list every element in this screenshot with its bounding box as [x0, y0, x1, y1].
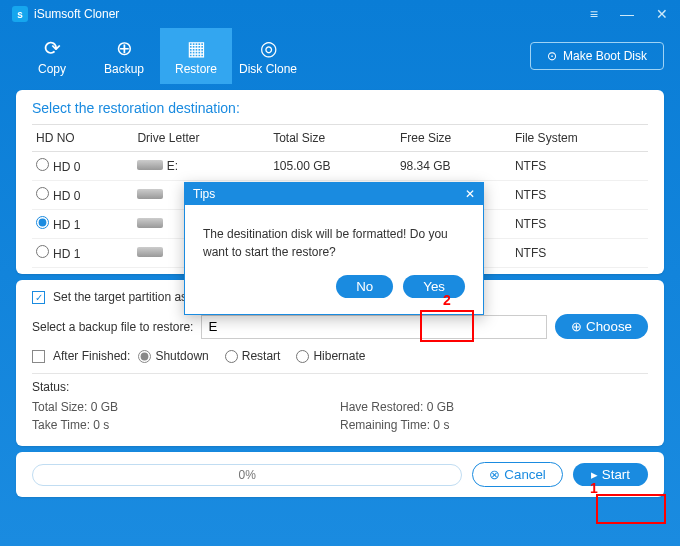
start-button[interactable]: ▸Start: [573, 463, 648, 486]
select-file-label: Select a backup file to restore:: [32, 320, 193, 334]
backup-file-input[interactable]: [201, 315, 547, 339]
cancel-button[interactable]: ⊗Cancel: [472, 462, 563, 487]
col-free: Free Size: [396, 125, 511, 152]
status-total: Total Size: 0 GB: [32, 398, 340, 416]
status-remain: Remaining Time: 0 s: [340, 416, 648, 434]
diskclone-icon: ◎: [260, 36, 277, 60]
app-title: iSumsoft Cloner: [34, 7, 119, 21]
dialog-message: The desitination disk will be formatted!…: [185, 205, 483, 275]
annotation-box-start: [596, 494, 666, 524]
hibernate-option[interactable]: Hibernate: [296, 349, 365, 363]
menu-icon[interactable]: ≡: [590, 6, 598, 22]
section-heading: Select the restoration destination:: [32, 100, 648, 116]
backup-icon: ⊕: [116, 36, 133, 60]
restore-icon: ▦: [187, 36, 206, 60]
makeboot-label: Make Boot Disk: [563, 49, 647, 63]
dialog-title: Tips: [193, 187, 215, 201]
restart-option[interactable]: Restart: [225, 349, 281, 363]
backup-tab[interactable]: ⊕Backup: [88, 28, 160, 84]
disk-icon: [137, 218, 163, 228]
col-total: Total Size: [269, 125, 396, 152]
make-boot-button[interactable]: ⊙Make Boot Disk: [530, 42, 664, 70]
close-icon[interactable]: ✕: [656, 6, 668, 22]
after-label: After Finished:: [53, 349, 130, 363]
copy-tab[interactable]: ⟳Copy: [16, 28, 88, 84]
hd-radio[interactable]: [36, 187, 49, 200]
choose-button[interactable]: ⊕Choose: [555, 314, 648, 339]
set-active-checkbox[interactable]: ✓: [32, 291, 45, 304]
diskclone-tab[interactable]: ◎Disk Clone: [232, 28, 304, 84]
after-checkbox[interactable]: ✓: [32, 350, 45, 363]
hd-radio[interactable]: [36, 245, 49, 258]
progress-bar: 0%: [32, 464, 462, 486]
status-take: Take Time: 0 s: [32, 416, 340, 434]
app-logo-icon: s: [12, 6, 28, 22]
disk-icon: [137, 247, 163, 257]
hd-radio[interactable]: [36, 216, 49, 229]
col-hdno: HD NO: [32, 125, 133, 152]
hd-radio[interactable]: [36, 158, 49, 171]
diskclone-label: Disk Clone: [239, 62, 297, 76]
disk-icon: [137, 189, 163, 199]
shutdown-option[interactable]: Shutdown: [138, 349, 208, 363]
col-fs: File System: [511, 125, 648, 152]
annotation-1: 1: [590, 480, 598, 496]
plus-icon: ⊕: [571, 319, 582, 334]
status-label: Status:: [32, 380, 648, 394]
restore-label: Restore: [175, 62, 217, 76]
col-drive: Drive Letter: [133, 125, 269, 152]
boot-icon: ⊙: [547, 49, 557, 63]
yes-button[interactable]: Yes: [403, 275, 465, 298]
footer-panel: 0% ⊗Cancel ▸Start: [16, 452, 664, 497]
minimize-icon[interactable]: —: [620, 6, 634, 22]
status-have: Have Restored: 0 GB: [340, 398, 648, 416]
no-button[interactable]: No: [336, 275, 393, 298]
dialog-header: Tips ✕: [185, 183, 483, 205]
copy-icon: ⟳: [44, 36, 61, 60]
cancel-icon: ⊗: [489, 467, 500, 482]
dialog-close-icon[interactable]: ✕: [465, 187, 475, 201]
backup-label: Backup: [104, 62, 144, 76]
restore-tab[interactable]: ▦Restore: [160, 28, 232, 84]
tips-dialog: Tips ✕ The desitination disk will be for…: [184, 182, 484, 315]
main-toolbar: ⟳Copy ⊕Backup ▦Restore ◎Disk Clone ⊙Make…: [0, 28, 680, 84]
copy-label: Copy: [38, 62, 66, 76]
annotation-2: 2: [443, 292, 451, 308]
disk-icon: [137, 160, 163, 170]
table-row[interactable]: HD 0 E:105.00 GB98.34 GBNTFS: [32, 152, 648, 181]
title-bar: s iSumsoft Cloner ≡ — ✕: [0, 0, 680, 28]
